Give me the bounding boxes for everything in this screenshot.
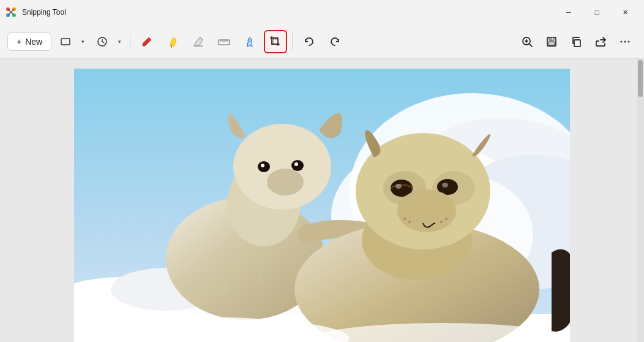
app-icon (5, 6, 17, 18)
copy-button[interactable] (564, 30, 588, 53)
snip-shape-button[interactable] (54, 30, 77, 53)
svg-point-68 (397, 189, 456, 232)
svg-point-45 (233, 124, 331, 210)
touch-writing-button[interactable] (238, 30, 261, 53)
ballpoint-pen-icon (140, 35, 154, 48)
highlighter-button[interactable] (161, 30, 184, 53)
more-options-button[interactable] (613, 30, 637, 53)
eraser-button[interactable] (187, 30, 210, 53)
toolbar-divider-1 (130, 33, 130, 50)
svg-rect-6 (61, 39, 70, 45)
svg-point-63 (395, 184, 402, 189)
share-button[interactable] (589, 30, 612, 53)
svg-point-72 (440, 221, 443, 223)
svg-point-31 (624, 40, 626, 42)
snip-shape-dropdown[interactable]: ▾ (77, 30, 88, 53)
ruler-button[interactable] (212, 30, 236, 53)
app-title: Snipping Tool (22, 8, 66, 17)
more-options-icon (619, 36, 631, 48)
eraser-icon (192, 35, 205, 48)
delay-button[interactable] (91, 30, 114, 53)
zoom-in-button[interactable] (515, 30, 539, 53)
svg-line-9 (102, 42, 104, 43)
minimize-button[interactable]: ─ (555, 2, 583, 22)
svg-rect-29 (574, 40, 580, 47)
dog-scene-svg (74, 69, 570, 342)
clock-icon (97, 36, 108, 47)
new-button[interactable]: + New (7, 32, 51, 51)
toolbar: + New ▾ ▾ (0, 25, 644, 59)
scrollbar[interactable] (637, 59, 644, 342)
svg-line-24 (530, 44, 532, 47)
new-label: New (25, 37, 42, 47)
svg-point-65 (442, 183, 448, 188)
svg-point-30 (621, 40, 623, 42)
snip-shape-selector: ▾ (54, 30, 88, 53)
svg-rect-27 (549, 42, 555, 45)
touch-writing-icon (243, 35, 256, 48)
svg-point-70 (408, 221, 411, 223)
svg-point-49 (294, 162, 298, 166)
delay-selector: ▾ (91, 30, 125, 53)
svg-point-52 (267, 169, 304, 196)
undo-icon (303, 36, 315, 48)
scrollbar-thumb[interactable] (638, 60, 643, 97)
rectangle-snip-icon (60, 36, 71, 47)
svg-point-69 (403, 218, 406, 220)
save-icon (545, 36, 558, 48)
window-controls: ─ □ ✕ (555, 2, 639, 22)
crop-icon (269, 36, 282, 48)
copy-icon (570, 36, 582, 48)
zoom-in-icon (521, 36, 533, 48)
ballpoint-pen-button[interactable] (135, 30, 159, 53)
redo-button[interactable] (323, 30, 346, 53)
title-bar: Snipping Tool ─ □ ✕ (0, 0, 644, 25)
undo-button[interactable] (298, 30, 321, 53)
svg-rect-20 (273, 39, 278, 44)
screenshot-image (74, 69, 570, 342)
ruler-icon (217, 35, 231, 48)
save-button[interactable] (540, 30, 563, 53)
highlighter-icon (166, 35, 179, 48)
redo-icon (329, 36, 341, 48)
toolbar-divider-2 (292, 33, 293, 50)
svg-rect-11 (170, 44, 175, 46)
maximize-button[interactable]: □ (583, 2, 611, 22)
new-plus-icon: + (17, 37, 21, 47)
svg-point-32 (628, 40, 630, 42)
right-tools (515, 30, 637, 53)
svg-rect-26 (549, 37, 554, 40)
crop-button[interactable] (264, 30, 287, 53)
content-area (0, 59, 644, 342)
close-button[interactable]: ✕ (611, 2, 639, 22)
svg-point-47 (261, 164, 264, 167)
delay-dropdown[interactable]: ▾ (114, 30, 125, 53)
share-icon (594, 36, 607, 48)
svg-point-71 (445, 218, 447, 220)
